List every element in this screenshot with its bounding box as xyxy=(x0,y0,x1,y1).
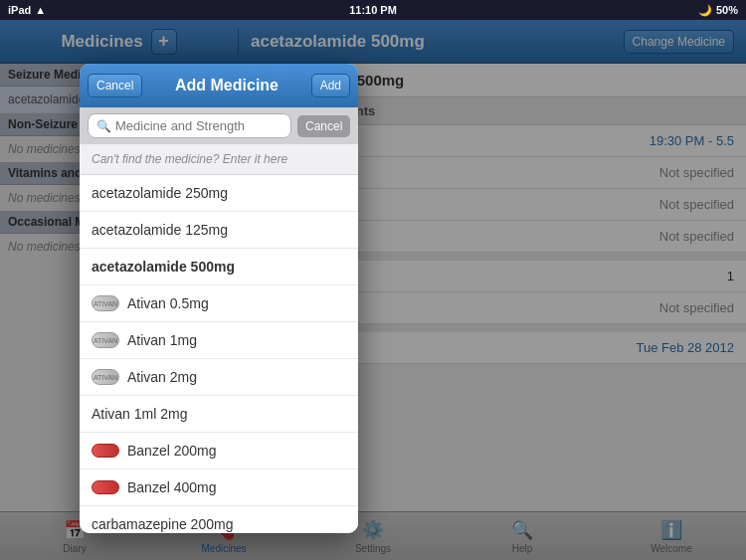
status-bar: iPad ▲ 11:10 PM 🌙 50% xyxy=(0,0,746,20)
search-icon: 🔍 xyxy=(96,119,111,133)
medicine-list-item[interactable]: acetazolamide 250mg xyxy=(80,175,358,212)
medicine-list-item[interactable]: ATIVANAtivan 0.5mg xyxy=(80,285,358,322)
modal-title: Add Medicine xyxy=(175,77,279,94)
modal-header: Cancel Add Medicine Add xyxy=(80,64,358,107)
battery-label: 50% xyxy=(716,4,738,16)
modal-add-button[interactable]: Add xyxy=(311,74,350,97)
moon-icon: 🌙 xyxy=(698,4,712,17)
medicine-item-name: Ativan 0.5mg xyxy=(127,295,209,311)
medicine-item-name: Ativan 1ml 2mg xyxy=(92,406,187,422)
medicine-item-name: acetazolamide 500mg xyxy=(92,259,235,275)
medicine-list-item[interactable]: Banzel 400mg xyxy=(80,469,358,506)
add-medicine-modal: Cancel Add Medicine Add 🔍 Cancel Can't f… xyxy=(80,64,358,533)
ativan-pill-icon: ATIVAN xyxy=(92,369,119,385)
medicine-list-item[interactable]: Banzel 200mg xyxy=(80,433,358,469)
status-bar-right: 🌙 50% xyxy=(698,4,738,17)
search-cancel-button[interactable]: Cancel xyxy=(297,115,350,137)
banzel-pill-icon xyxy=(92,480,119,494)
medicine-list-item[interactable]: acetazolamide 500mg xyxy=(80,249,358,285)
medicine-list-item[interactable]: ATIVANAtivan 2mg xyxy=(80,359,358,396)
medicine-list-item[interactable]: acetazolamide 125mg xyxy=(80,212,358,249)
search-input[interactable] xyxy=(115,118,282,133)
medicine-list-item[interactable]: Ativan 1ml 2mg xyxy=(80,396,358,433)
medicine-list-item[interactable]: ATIVANAtivan 1mg xyxy=(80,322,358,359)
modal-search-bar: 🔍 Cancel xyxy=(80,107,358,144)
ativan-pill-icon: ATIVAN xyxy=(92,332,119,348)
medicine-item-name: Ativan 2mg xyxy=(127,369,197,385)
modal-cancel-button[interactable]: Cancel xyxy=(88,74,142,97)
ativan-pill-icon: ATIVAN xyxy=(92,295,119,311)
modal-overlay: Cancel Add Medicine Add 🔍 Cancel Can't f… xyxy=(0,20,746,560)
medicine-item-name: Ativan 1mg xyxy=(127,332,197,348)
medicine-item-name: acetazolamide 125mg xyxy=(92,222,228,238)
search-input-wrapper: 🔍 xyxy=(88,113,291,138)
medicine-item-name: Banzel 200mg xyxy=(127,443,217,459)
banzel-pill-icon xyxy=(92,444,119,458)
medicine-item-name: Banzel 400mg xyxy=(127,479,217,495)
medicine-item-name: carbamazepine 200mg xyxy=(92,516,233,532)
medicine-list: acetazolamide 250mgacetazolamide 125mgac… xyxy=(80,175,358,533)
status-bar-time: 11:10 PM xyxy=(349,4,397,16)
medicine-list-item[interactable]: carbamazepine 200mg xyxy=(80,506,358,533)
ipad-label: iPad xyxy=(8,4,31,16)
cant-find-text: Can't find the medicine? Enter it here xyxy=(80,144,358,175)
status-bar-left: iPad ▲ xyxy=(8,4,46,16)
medicine-item-name: acetazolamide 250mg xyxy=(92,185,228,201)
wifi-icon: ▲ xyxy=(35,4,46,16)
